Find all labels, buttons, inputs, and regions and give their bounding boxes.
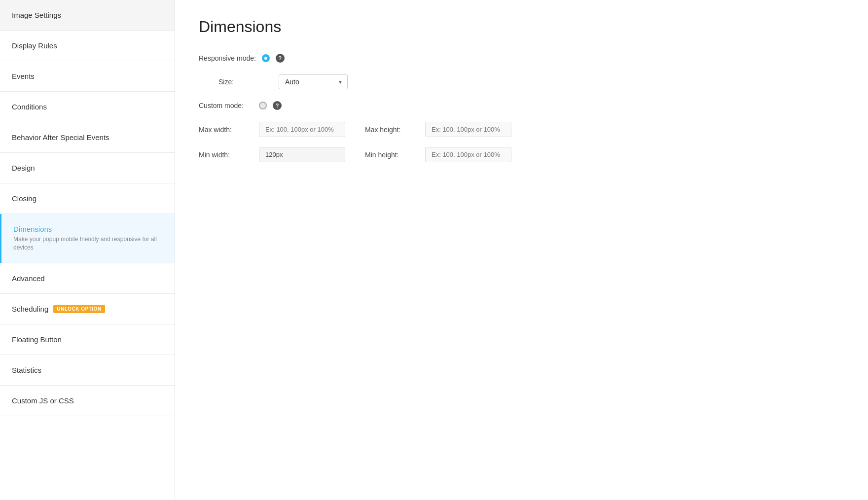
sidebar-item-content-display-rules: Display Rules [12,41,57,50]
sidebar-item-design[interactable]: Design [0,153,175,183]
sidebar-item-content-custom-js-or-css: Custom JS or CSS [12,396,74,405]
sidebar-item-floating-button[interactable]: Floating Button [0,324,175,355]
sidebar-item-label-scheduling: Scheduling [12,305,48,313]
responsive-mode-radio[interactable] [262,54,270,62]
sidebar-item-label-behavior-after-special-events: Behavior After Special Events [12,133,109,142]
page-title: Dimensions [199,18,844,36]
sidebar-item-label-statistics: Statistics [12,366,41,374]
sidebar-item-label-events: Events [12,72,35,80]
sidebar-item-content-advanced: Advanced [12,274,45,283]
min-dimension-fields: Min width: Min height: [199,147,844,162]
sidebar-item-statistics[interactable]: Statistics [0,355,175,386]
max-height-label: Max height: [365,126,419,134]
sidebar-item-label-image-settings: Image Settings [12,11,61,19]
sidebar-item-display-rules[interactable]: Display Rules [0,31,175,61]
min-height-input[interactable] [425,147,511,162]
sidebar-item-content-closing: Closing [12,194,36,203]
sidebar-item-label-display-rules: Display Rules [12,41,57,50]
sidebar: Image SettingsDisplay RulesEventsConditi… [0,0,175,500]
custom-mode-help-icon[interactable]: ? [273,101,282,110]
custom-mode-row: Custom mode: ? [199,101,844,110]
sidebar-item-content-events: Events [12,72,35,80]
sidebar-item-content-scheduling: SchedulingUNLOCK OPTION [12,305,105,313]
sidebar-item-label-design: Design [12,164,35,172]
min-width-label: Min width: [199,151,253,159]
sidebar-item-label-custom-js-or-css: Custom JS or CSS [12,396,74,405]
max-height-group: Max height: [365,122,511,137]
max-dimension-fields: Max width: Max height: [199,122,844,137]
sidebar-item-badge-scheduling: UNLOCK OPTION [53,305,105,313]
sidebar-item-content-dimensions: DimensionsMake your popup mobile friendl… [13,225,163,252]
min-width-group: Min width: [199,147,345,162]
size-label: Size: [218,78,273,86]
sidebar-item-label-dimensions: Dimensions [13,225,52,233]
size-select-wrapper: Auto Small Medium Large Full Width ▼ [279,74,348,89]
sidebar-item-label-advanced: Advanced [12,274,45,283]
size-select[interactable]: Auto Small Medium Large Full Width [279,74,348,89]
main-content: Dimensions Responsive mode: ? Size: Auto… [175,0,868,500]
sidebar-item-custom-js-or-css[interactable]: Custom JS or CSS [0,386,175,416]
max-width-group: Max width: [199,122,345,137]
sidebar-item-content-conditions: Conditions [12,103,47,111]
min-height-group: Min height: [365,147,511,162]
sidebar-item-closing[interactable]: Closing [0,183,175,214]
sidebar-item-content-design: Design [12,164,35,172]
sidebar-item-image-settings[interactable]: Image Settings [0,0,175,31]
min-width-input[interactable] [259,147,345,162]
responsive-mode-row: Responsive mode: ? [199,54,844,63]
sidebar-item-content-behavior-after-special-events: Behavior After Special Events [12,133,109,142]
sidebar-item-label-closing: Closing [12,194,36,203]
sidebar-item-scheduling[interactable]: SchedulingUNLOCK OPTION [0,294,175,324]
max-width-label: Max width: [199,126,253,134]
sidebar-item-advanced[interactable]: Advanced [0,263,175,294]
custom-mode-label: Custom mode: [199,102,253,109]
sidebar-item-dimensions[interactable]: DimensionsMake your popup mobile friendl… [0,214,175,263]
custom-mode-radio[interactable] [259,102,267,109]
sidebar-item-conditions[interactable]: Conditions [0,92,175,122]
responsive-mode-label: Responsive mode: [199,54,256,62]
responsive-mode-help-icon[interactable]: ? [276,54,285,63]
min-height-label: Min height: [365,151,419,159]
size-row: Size: Auto Small Medium Large Full Width… [218,74,844,89]
max-height-input[interactable] [425,122,511,137]
sidebar-item-label-floating-button: Floating Button [12,335,62,344]
sidebar-item-behavior-after-special-events[interactable]: Behavior After Special Events [0,122,175,153]
sidebar-item-label-conditions: Conditions [12,103,47,111]
sidebar-item-content-statistics: Statistics [12,366,41,374]
sidebar-item-events[interactable]: Events [0,61,175,92]
sidebar-item-content-image-settings: Image Settings [12,11,61,19]
sidebar-item-sublabel-dimensions: Make your popup mobile friendly and resp… [13,235,163,252]
max-width-input[interactable] [259,122,345,137]
sidebar-item-content-floating-button: Floating Button [12,335,62,344]
